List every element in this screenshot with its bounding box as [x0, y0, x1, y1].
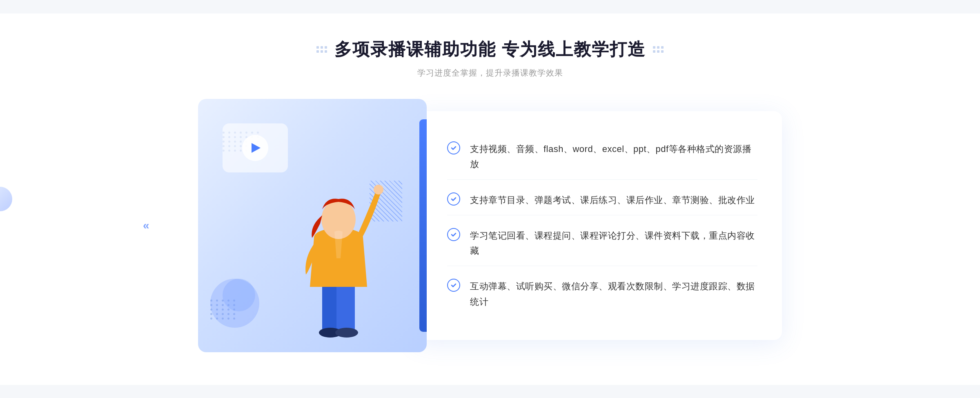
check-icon-2 [447, 192, 460, 206]
feature-item-4: 互动弹幕、试听购买、微信分享、观看次数限制、学习进度跟踪、数据统计 [447, 271, 757, 317]
svg-point-5 [374, 185, 383, 195]
page-title: 多项录播课辅助功能 专为线上教学打造 [334, 38, 646, 61]
features-card: 支持视频、音频、flash、word、excel、ppt、pdf等各种格式的资源… [414, 111, 782, 340]
svg-point-3 [335, 328, 358, 338]
dots-right-icon [653, 46, 664, 53]
play-button[interactable] [242, 135, 268, 161]
header-section: 多项录播课辅助功能 专为线上教学打造 学习进度全掌握，提升录播课教学效果 [0, 38, 980, 78]
feature-text-4: 互动弹幕、试听购买、微信分享、观看次数限制、学习进度跟踪、数据统计 [470, 279, 757, 309]
dots-left-icon [316, 46, 327, 53]
feature-text-3: 学习笔记回看、课程提问、课程评论打分、课件资料下载，重点内容收藏 [470, 228, 757, 259]
blue-accent-bar [419, 119, 427, 332]
content-area: « [163, 99, 817, 352]
feature-item-2: 支持章节目录、弹题考试、课后练习、课后作业、章节测验、批改作业 [447, 185, 757, 215]
person-illustration [273, 156, 404, 352]
page-subtitle: 学习进度全掌握，提升录播课教学效果 [0, 67, 980, 78]
left-decoration [0, 187, 12, 211]
play-triangle-icon [252, 143, 261, 153]
check-icon-1 [447, 141, 460, 154]
feature-text-1: 支持视频、音频、flash、word、excel、ppt、pdf等各种格式的资源… [470, 141, 757, 172]
header-title-row: 多项录播课辅助功能 专为线上教学打造 [0, 38, 980, 61]
check-icon-3 [447, 228, 460, 241]
left-chevrons-icon: « [143, 219, 149, 232]
page-wrapper: 多项录播课辅助功能 专为线上教学打造 学习进度全掌握，提升录播课教学效果 « [0, 13, 980, 385]
check-icon-4 [447, 279, 460, 292]
feature-item-3: 学习笔记回看、课程提问、课程评论打分、课件资料下载，重点内容收藏 [447, 221, 757, 266]
deco-circle-small [223, 279, 255, 311]
illustration-container [198, 99, 427, 352]
svg-rect-1 [336, 283, 355, 332]
feature-text-2: 支持章节目录、弹题考试、课后练习、课后作业、章节测验、批改作业 [470, 192, 755, 208]
feature-item-1: 支持视频、音频、flash、word、excel、ppt、pdf等各种格式的资源… [447, 134, 757, 180]
